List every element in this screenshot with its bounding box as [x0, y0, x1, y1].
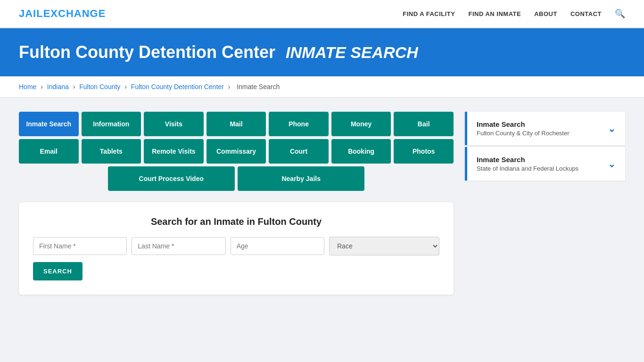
sidebar-item-sub-1: Fulton County & City of Rochester	[477, 130, 570, 137]
search-form: Race White Black Hispanic Asian Native A…	[33, 237, 439, 255]
left-column: Inmate Search Information Visits Mail Ph…	[19, 112, 454, 295]
search-title: Search for an Inmate in Fulton County	[33, 216, 439, 227]
hero-title: Fulton County Detention Center INMATE SE…	[19, 42, 625, 62]
search-submit-button[interactable]: SEARCH	[33, 262, 83, 280]
btn-mail[interactable]: Mail	[206, 112, 266, 136]
nav-buttons-row2: Email Tablets Remote Visits Commissary C…	[19, 139, 454, 164]
btn-court-process-video[interactable]: Court Process Video	[108, 166, 235, 191]
breadcrumb-indiana[interactable]: Indiana	[47, 83, 69, 90]
chevron-icon-2: ⌄	[608, 158, 616, 170]
btn-tablets[interactable]: Tablets	[82, 139, 141, 164]
nav-about[interactable]: ABOUT	[534, 10, 557, 17]
logo[interactable]: JAILEXCHANGE	[19, 8, 106, 20]
breadcrumb-fulton-county[interactable]: Fulton County	[79, 83, 120, 90]
chevron-icon-1: ⌄	[608, 123, 616, 134]
sidebar-item-fulton[interactable]: Inmate Search Fulton County & City of Ro…	[465, 112, 625, 145]
btn-commissary[interactable]: Commissary	[206, 139, 266, 164]
breadcrumb: Home › Indiana › Fulton County › Fulton …	[0, 76, 644, 98]
header-search-button[interactable]: 🔍	[615, 8, 625, 19]
breadcrumb-sep-4: ›	[228, 83, 232, 90]
main-nav: FIND A FACILITY FIND AN INMATE ABOUT CON…	[403, 8, 625, 19]
right-sidebar: Inmate Search Fulton County & City of Ro…	[465, 112, 625, 182]
btn-bail[interactable]: Bail	[394, 112, 454, 136]
sidebar-item-sub-2: State of Indiana and Federal Lockups	[477, 165, 578, 172]
breadcrumb-sep-2: ›	[73, 83, 77, 90]
sidebar-item-text-1: Inmate Search Fulton County & City of Ro…	[477, 120, 570, 137]
main-content: Inmate Search Information Visits Mail Ph…	[0, 98, 644, 309]
sidebar-item-indiana[interactable]: Inmate Search State of Indiana and Feder…	[465, 147, 625, 181]
logo-exchange: EXCHANGE	[43, 8, 106, 19]
breadcrumb-sep-1: ›	[41, 83, 45, 90]
last-name-input[interactable]	[132, 237, 225, 255]
breadcrumb-detention-center[interactable]: Fulton County Detention Center	[131, 83, 224, 90]
breadcrumb-home[interactable]: Home	[19, 83, 36, 90]
logo-jail: JAIL	[19, 8, 43, 19]
header: JAILEXCHANGE FIND A FACILITY FIND AN INM…	[0, 0, 644, 28]
btn-inmate-search[interactable]: Inmate Search	[19, 112, 79, 136]
nav-find-facility[interactable]: FIND A FACILITY	[403, 10, 455, 17]
btn-booking[interactable]: Booking	[331, 139, 391, 164]
hero-section: Fulton County Detention Center INMATE SE…	[0, 28, 644, 76]
sidebar-item-text-2: Inmate Search State of Indiana and Feder…	[477, 156, 578, 172]
first-name-input[interactable]	[33, 237, 127, 255]
hero-subtitle: INMATE SEARCH	[286, 43, 418, 61]
nav-contact[interactable]: CONTACT	[570, 10, 602, 17]
nav-find-inmate[interactable]: FIND AN INMATE	[468, 10, 521, 17]
btn-email[interactable]: Email	[19, 139, 79, 164]
btn-nearby-jails[interactable]: Nearby Jails	[238, 166, 364, 191]
btn-remote-visits[interactable]: Remote Visits	[144, 139, 204, 164]
btn-visits[interactable]: Visits	[144, 112, 204, 136]
race-select[interactable]: Race White Black Hispanic Asian Native A…	[329, 237, 439, 255]
btn-money[interactable]: Money	[331, 112, 391, 136]
hero-facility-name: Fulton County Detention Center	[19, 42, 275, 62]
breadcrumb-sep-3: ›	[124, 83, 129, 90]
sidebar-item-title-2: Inmate Search	[477, 156, 578, 164]
age-input[interactable]	[231, 237, 324, 255]
btn-phone[interactable]: Phone	[269, 112, 329, 136]
btn-information[interactable]: Information	[82, 112, 141, 136]
btn-court[interactable]: Court	[269, 139, 329, 164]
nav-buttons-row1: Inmate Search Information Visits Mail Ph…	[19, 112, 454, 136]
breadcrumb-current: Inmate Search	[237, 83, 280, 90]
btn-photos[interactable]: Photos	[394, 139, 454, 164]
sidebar-item-title-1: Inmate Search	[477, 120, 570, 128]
nav-buttons-row3: Court Process Video Nearby Jails	[19, 166, 454, 191]
search-box: Search for an Inmate in Fulton County Ra…	[19, 202, 454, 295]
